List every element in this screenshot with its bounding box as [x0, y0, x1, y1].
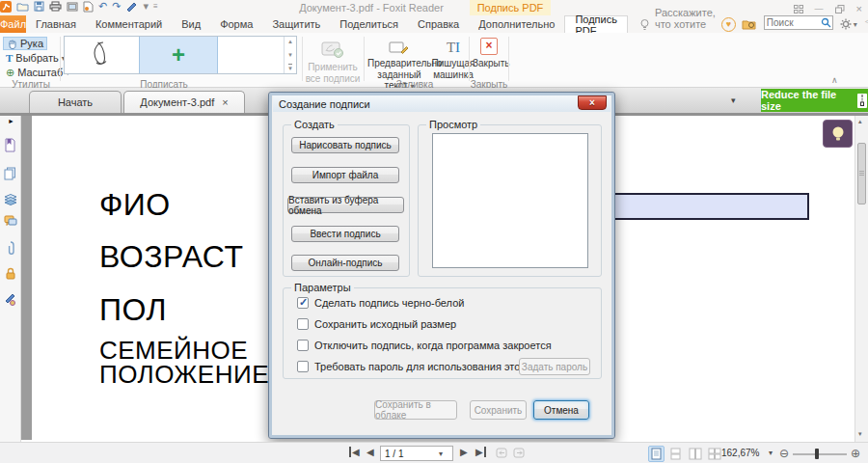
continuous-view-icon[interactable] — [667, 446, 684, 462]
page-indicator-caret-icon[interactable]: ▾ — [439, 449, 443, 458]
zoom-caret-icon[interactable]: ▾ — [769, 449, 773, 457]
dialog-title-bar[interactable]: Создание подписи — [273, 95, 610, 112]
cancel-button[interactable]: Отмена — [533, 400, 589, 420]
scroll-down-icon[interactable]: ▾ — [858, 430, 862, 438]
doc-tab-document[interactable]: Документ-3.pdf × — [123, 91, 245, 113]
tab-layout-icon[interactable] — [794, 5, 803, 14]
tab-extras[interactable]: Дополнительно — [469, 15, 564, 33]
collapse-ribbon-icon[interactable]: ∧ — [831, 75, 838, 85]
paste-from-clipboard-button[interactable]: Вставить из буфера обмена — [287, 197, 404, 213]
undo-icon[interactable]: ↶ — [98, 1, 107, 13]
security-panel-icon[interactable] — [5, 267, 16, 280]
pages-panel-icon[interactable] — [4, 167, 16, 180]
doc-tab-close-icon[interactable]: × — [222, 97, 228, 108]
save-icon[interactable] — [34, 1, 44, 13]
foxit-logo-icon[interactable] — [0, 1, 12, 13]
attachments-panel-icon[interactable] — [6, 241, 15, 255]
checkbox-icon[interactable] — [297, 318, 309, 330]
gallery-scroll-down-icon[interactable]: ▾ — [288, 51, 292, 59]
tab-view[interactable]: Вид — [172, 15, 210, 33]
tab-share[interactable]: Поделиться — [330, 15, 408, 33]
tab-comment[interactable]: Комментарий — [86, 15, 172, 33]
page-indicator[interactable]: ▾ — [380, 446, 453, 461]
page-number-input[interactable] — [381, 449, 439, 459]
form-label-age: ВОЗРАСТ — [99, 239, 243, 275]
new-document-icon[interactable] — [83, 1, 94, 13]
close-window-icon[interactable]: × — [856, 3, 862, 14]
print-icon[interactable] — [49, 1, 62, 13]
like-icon[interactable]: ♥ — [721, 15, 736, 33]
zoom-tool-button[interactable]: ⊕ Масштаб ▾ — [3, 66, 72, 79]
tab-overflow-caret-icon[interactable]: ▾ — [731, 95, 736, 105]
search-icon[interactable] — [821, 17, 831, 28]
gallery-more-icon[interactable]: ▾ — [288, 64, 292, 72]
close-sign-tab-button[interactable]: × Закрыть — [473, 38, 505, 69]
minimize-icon[interactable]: — — [815, 4, 824, 14]
apply-all-signatures-button[interactable]: Применить все подписи — [305, 41, 361, 84]
scroll-up-icon[interactable]: ▴ — [858, 118, 862, 125]
sidebar-expand-icon[interactable]: ► — [8, 118, 14, 124]
next-page-icon[interactable]: ▶ — [460, 447, 468, 457]
option-black-white[interactable]: Сделать подпись черно-белой — [297, 297, 464, 309]
scrollbar-thumb[interactable] — [857, 143, 866, 204]
save-button[interactable]: Сохранить — [470, 400, 527, 420]
tab-protect[interactable]: Защитить — [262, 15, 330, 33]
next-view-icon[interactable] — [513, 447, 526, 459]
restore-icon[interactable] — [835, 5, 845, 14]
add-signature-tile[interactable]: + — [139, 37, 218, 73]
tell-me-box[interactable]: Расскажите, что хотите сдел — [628, 15, 716, 33]
gallery-scroll-up-icon[interactable]: ▴ — [288, 38, 292, 45]
checkbox-icon[interactable] — [297, 340, 309, 351]
vertical-scrollbar[interactable]: ▴ ▾ — [854, 116, 868, 442]
tab-help[interactable]: Справка — [408, 15, 469, 33]
open-file-icon[interactable] — [16, 1, 29, 13]
layers-panel-icon[interactable] — [4, 193, 17, 205]
redo-icon[interactable]: ↷ — [112, 1, 121, 13]
draw-signature-button[interactable]: Нарисовать подпись — [291, 137, 399, 153]
digital-signatures-panel-icon[interactable] — [4, 292, 16, 306]
previous-page-icon[interactable]: ◀ — [366, 447, 374, 457]
set-password-button[interactable]: Задать пароль — [519, 358, 590, 375]
tab-home[interactable]: Главная — [26, 15, 86, 33]
hand-tool-button[interactable]: Рука — [3, 37, 47, 50]
first-page-icon[interactable]: ◀ — [349, 447, 360, 457]
sign-tool-icon[interactable] — [125, 1, 138, 13]
continuous-facing-view-icon[interactable] — [706, 446, 722, 462]
signature-gallery-item[interactable] — [65, 37, 139, 73]
previous-view-icon[interactable] — [496, 447, 508, 459]
type-signature-button[interactable]: Ввести подпись — [291, 226, 399, 242]
snapshot-icon[interactable] — [67, 1, 78, 13]
zoom-slider-handle[interactable] — [815, 449, 819, 459]
bookmarks-panel-icon[interactable] — [4, 138, 16, 152]
reduce-file-size-button[interactable]: Reduce the file size — [761, 89, 868, 112]
shared-folder-icon[interactable] — [742, 15, 756, 33]
assistant-lightbulb-button[interactable] — [823, 120, 853, 148]
select-tool-button[interactable]: T Выбрать ▾ — [3, 51, 68, 65]
zoom-slider-track[interactable] — [793, 453, 847, 455]
doc-tab-start[interactable]: Начать — [29, 91, 122, 113]
qat-more-caret-icon[interactable]: ▾ — [143, 1, 149, 13]
qat-customize-icon[interactable]: ≡ — [153, 1, 158, 13]
zoom-level-value[interactable]: 162,67% — [721, 448, 759, 458]
dialog-close-button[interactable]: × — [578, 95, 607, 110]
zoom-out-icon[interactable]: ⊖ — [779, 447, 789, 460]
save-to-cloud-button[interactable]: Сохранить в облаке — [374, 400, 457, 420]
checkbox-checked-icon[interactable] — [297, 297, 309, 309]
facing-view-icon[interactable] — [687, 446, 703, 462]
online-signature-button[interactable]: Онлайн-подпись — [291, 255, 399, 271]
option-discard-on-close[interactable]: Отключить подпись, когда программа закро… — [297, 340, 552, 351]
tab-form[interactable]: Форма — [210, 15, 262, 33]
checkbox-icon[interactable] — [297, 361, 309, 372]
tab-sign-pdf[interactable]: Подпись PDF — [564, 15, 628, 33]
search-box[interactable] — [764, 15, 833, 30]
file-menu-button[interactable]: Файл — [0, 15, 26, 33]
comments-panel-icon[interactable] — [4, 215, 17, 229]
import-file-button[interactable]: Импорт файла — [291, 167, 399, 183]
option-keep-size[interactable]: Сохранить исходный размер — [297, 318, 456, 330]
single-page-view-icon[interactable] — [648, 446, 665, 462]
last-page-icon[interactable]: ▶ — [475, 447, 486, 457]
zoom-in-icon[interactable]: ⊕ — [851, 447, 860, 460]
search-input[interactable] — [767, 17, 821, 28]
preview-group: Просмотр — [418, 124, 602, 277]
settings-menu[interactable]: ▾ — [840, 15, 857, 33]
